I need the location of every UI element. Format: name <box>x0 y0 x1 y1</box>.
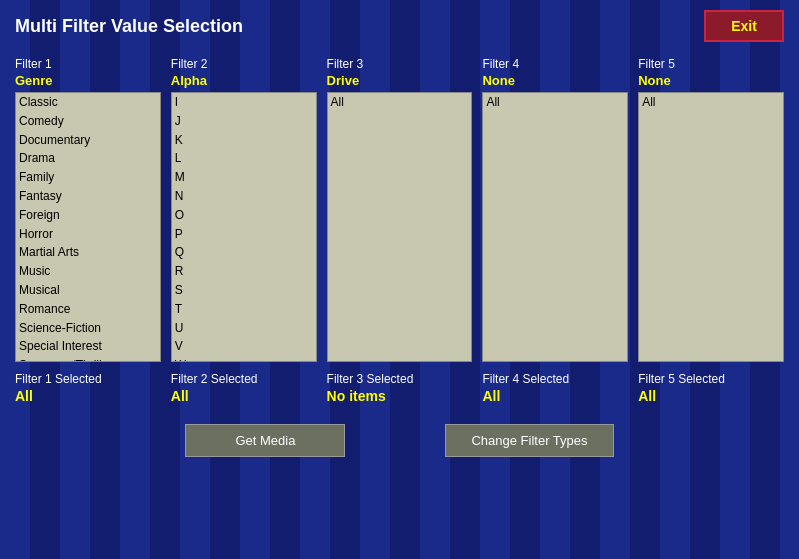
list-item[interactable]: Martial Arts <box>16 243 160 262</box>
list-item[interactable]: Horror <box>16 225 160 244</box>
list-item[interactable]: R <box>172 262 316 281</box>
page-title: Multi Filter Value Selection <box>15 16 243 37</box>
list-item[interactable]: Musical <box>16 281 160 300</box>
filter-5-label: Filter 5 <box>638 57 784 71</box>
list-item[interactable]: S <box>172 281 316 300</box>
filters-container: Filter 1 Genre Classic Comedy Documentar… <box>15 57 784 362</box>
list-item-all[interactable]: All <box>483 93 627 111</box>
get-media-button[interactable]: Get Media <box>185 424 345 457</box>
list-item[interactable]: L <box>172 149 316 168</box>
filter-4-value: None <box>482 73 628 88</box>
list-item[interactable]: Romance <box>16 300 160 319</box>
filter-1-selected-col: Filter 1 Selected All <box>15 372 161 404</box>
filter-4-selected-value: All <box>482 388 628 404</box>
list-item[interactable]: Music <box>16 262 160 281</box>
list-item[interactable]: N <box>172 187 316 206</box>
list-item[interactable]: Science-Fiction <box>16 319 160 338</box>
list-item[interactable]: W <box>172 356 316 362</box>
filter-5-selected-col: Filter 5 Selected All <box>638 372 784 404</box>
filter-5-selected-label: Filter 5 Selected <box>638 372 784 386</box>
list-item[interactable]: O <box>172 206 316 225</box>
filter-4-selected-col: Filter 4 Selected All <box>482 372 628 404</box>
header: Multi Filter Value Selection Exit <box>15 10 784 42</box>
list-item[interactable]: Comedy <box>16 112 160 131</box>
filter-3-selected-label: Filter 3 Selected <box>327 372 473 386</box>
filter-5-selected-value: All <box>638 388 784 404</box>
filter-4-label: Filter 4 <box>482 57 628 71</box>
list-item[interactable]: U <box>172 319 316 338</box>
filter-1-listbox[interactable]: Classic Comedy Documentary Drama Family … <box>15 92 161 362</box>
filter-1-col: Filter 1 Genre Classic Comedy Documentar… <box>15 57 161 362</box>
filter-3-listbox[interactable]: All <box>327 92 473 362</box>
buttons-row: Get Media Change Filter Types <box>15 424 784 457</box>
filter-2-selected-label: Filter 2 Selected <box>171 372 317 386</box>
filter-2-value: Alpha <box>171 73 317 88</box>
list-item[interactable]: Q <box>172 243 316 262</box>
filter-3-label: Filter 3 <box>327 57 473 71</box>
filter-1-value: Genre <box>15 73 161 88</box>
list-item[interactable]: M <box>172 168 316 187</box>
list-item[interactable]: I <box>172 93 316 112</box>
filter-2-selected-col: Filter 2 Selected All <box>171 372 317 404</box>
filter-5-col: Filter 5 None All <box>638 57 784 362</box>
list-item[interactable]: Drama <box>16 149 160 168</box>
change-filter-button[interactable]: Change Filter Types <box>445 424 613 457</box>
filter-3-col: Filter 3 Drive All <box>327 57 473 362</box>
exit-button[interactable]: Exit <box>704 10 784 42</box>
selected-row: Filter 1 Selected All Filter 2 Selected … <box>15 372 784 404</box>
filter-4-col: Filter 4 None All <box>482 57 628 362</box>
list-item[interactable]: V <box>172 337 316 356</box>
filter-1-selected-label: Filter 1 Selected <box>15 372 161 386</box>
filter-3-selected-col: Filter 3 Selected No items <box>327 372 473 404</box>
filter-3-selected-value: No items <box>327 388 473 404</box>
filter-1-label: Filter 1 <box>15 57 161 71</box>
list-item[interactable]: Family <box>16 168 160 187</box>
list-item[interactable]: Special Interest <box>16 337 160 356</box>
filter-2-listbox[interactable]: I J K L M N O P Q R S T U V W X Y Z All <box>171 92 317 362</box>
filter-3-value: Drive <box>327 73 473 88</box>
filter-2-selected-value: All <box>171 388 317 404</box>
filter-2-label: Filter 2 <box>171 57 317 71</box>
list-item[interactable]: Classic <box>16 93 160 112</box>
list-item[interactable]: T <box>172 300 316 319</box>
list-item[interactable]: Suspense/Thriller <box>16 356 160 362</box>
list-item[interactable]: J <box>172 112 316 131</box>
filter-2-col: Filter 2 Alpha I J K L M N O P Q R S T U… <box>171 57 317 362</box>
filter-4-listbox[interactable]: All <box>482 92 628 362</box>
list-item-all[interactable]: All <box>639 93 783 111</box>
filter-5-value: None <box>638 73 784 88</box>
list-item[interactable]: Foreign <box>16 206 160 225</box>
filter-4-selected-label: Filter 4 Selected <box>482 372 628 386</box>
filter-1-selected-value: All <box>15 388 161 404</box>
filter-5-listbox[interactable]: All <box>638 92 784 362</box>
list-item[interactable]: Documentary <box>16 131 160 150</box>
list-item[interactable]: Fantasy <box>16 187 160 206</box>
list-item[interactable]: P <box>172 225 316 244</box>
list-item-all[interactable]: All <box>328 93 472 111</box>
list-item[interactable]: K <box>172 131 316 150</box>
